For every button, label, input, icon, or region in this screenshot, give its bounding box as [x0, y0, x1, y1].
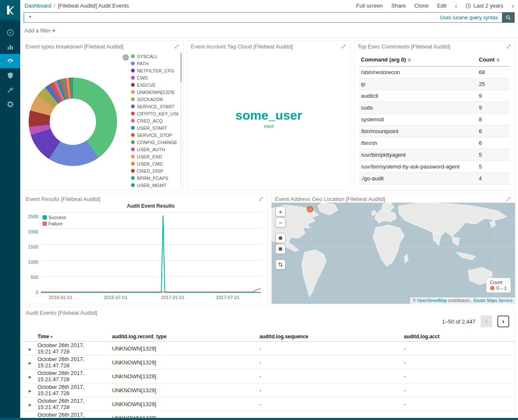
sequence-cell: -: [259, 387, 404, 393]
legend-item[interactable]: SYSCALL: [131, 53, 178, 60]
edit-button[interactable]: Edit: [437, 3, 446, 9]
legend-item[interactable]: EXECVE: [131, 81, 178, 88]
add-filter-button[interactable]: Add a filter +: [24, 27, 55, 34]
prev-page-button[interactable]: ‹: [481, 316, 492, 327]
expand-panel-icon[interactable]: [174, 43, 180, 50]
expand-panel-icon[interactable]: [258, 196, 264, 202]
legend-toggle-button[interactable]: ›: [123, 54, 129, 61]
results-legend-item[interactable]: Failure: [43, 221, 66, 226]
expand-row-caret[interactable]: ▶: [29, 347, 32, 351]
legend-item[interactable]: USER_END: [131, 153, 178, 160]
expand-row-caret[interactable]: ▶: [29, 361, 32, 365]
geo-map[interactable]: + − C: [272, 203, 515, 304]
lucene-syntax-link[interactable]: Uses lucene query syntax: [440, 15, 498, 21]
sequence-cell: -: [259, 345, 404, 352]
expand-row-caret[interactable]: ▶: [29, 375, 32, 379]
filter-bar: Add a filter +: [20, 24, 518, 38]
exec-command-row[interactable]: /bin/mountpoint 6: [359, 126, 510, 137]
exec-command-row[interactable]: /usr/bin/systemd-tty-ask-password-agent …: [359, 161, 510, 173]
legend-item[interactable]: USER_MGMT: [131, 182, 178, 189]
audit-event-row[interactable]: ▶ October 26th 2017, 15:21:47.728 UNKNOW…: [22, 369, 515, 383]
legend-color-dot: [131, 97, 135, 101]
draw-polygon-button[interactable]: [275, 233, 286, 243]
column-header-acct[interactable]: auditd.log.acct: [404, 334, 515, 340]
sidebar-item-dashboard[interactable]: [0, 54, 20, 68]
command-cell: auditctl: [359, 90, 477, 102]
column-header-command[interactable]: Command (arg 0)⇅: [359, 53, 477, 67]
column-header-count[interactable]: Count⇅: [477, 53, 510, 67]
audit-event-row[interactable]: ▶ October 26th 2017, 15:21:47.728 UNKNOW…: [22, 342, 515, 356]
tag-cloud-word[interactable]: some_user: [235, 108, 302, 122]
sidebar-item-dev-tools[interactable]: [0, 83, 20, 97]
search-input[interactable]: [24, 14, 440, 21]
event-types-donut[interactable]: [29, 78, 117, 166]
kibana-logo[interactable]: [0, 0, 20, 20]
fullscreen-button[interactable]: Full screen: [356, 3, 383, 9]
legend-item[interactable]: USER_START: [131, 124, 178, 131]
exec-command-row[interactable]: systemctl 8: [359, 114, 510, 126]
time-forward-button[interactable]: ›: [512, 3, 514, 9]
time-picker[interactable]: Last 2 years: [465, 3, 503, 9]
time-back-button[interactable]: ‹: [455, 3, 457, 9]
acct-cell: -: [404, 373, 515, 380]
legend-item[interactable]: CRYPTO_KEY_USER: [131, 110, 178, 117]
legend-item[interactable]: CONFIG_CHANGE: [131, 139, 178, 146]
ems-link[interactable]: Elastic Maps Service: [473, 298, 513, 303]
legend-item[interactable]: USER_CMD: [131, 160, 178, 167]
audit-event-row[interactable]: ▶ October 26th 2017, 15:21:47.728 UNKNOW…: [22, 397, 515, 411]
legend-item[interactable]: SERVICE_START: [131, 103, 178, 110]
column-header-record-type[interactable]: auditd.log.record_type: [112, 334, 259, 340]
sidebar-item-management[interactable]: [0, 97, 20, 111]
next-page-button[interactable]: ›: [497, 316, 509, 327]
legend-item[interactable]: USER_AUTH: [131, 146, 178, 153]
command-cell: sudo: [359, 102, 477, 114]
zoom-in-button[interactable]: +: [275, 206, 286, 217]
exec-command-row[interactable]: sudo 9: [359, 102, 510, 114]
exec-command-row[interactable]: auditctl 9: [359, 90, 510, 102]
exec-command-row[interactable]: ip 25: [359, 78, 510, 90]
geo-point-marker[interactable]: [307, 206, 313, 212]
exec-command-row[interactable]: /usr/bin/pkttyagent 5: [359, 149, 510, 161]
draw-rectangle-button[interactable]: [275, 244, 286, 254]
audit-event-row[interactable]: ▶ October 26th 2017, 15:21:47.728 UNKNOW…: [22, 356, 515, 369]
legend-scrollbar[interactable]: [180, 53, 182, 188]
legend-item[interactable]: CRED_ACQ: [131, 117, 178, 124]
results-plot-area[interactable]: Success Failure 2016-01-012016-07-012017…: [41, 212, 261, 292]
legend-item[interactable]: BPRM_FCAPS: [131, 174, 178, 182]
expand-row-caret[interactable]: ▶: [29, 389, 32, 393]
expand-panel-icon[interactable]: [340, 43, 347, 50]
expand-panel-icon[interactable]: [505, 196, 512, 202]
breadcrumb-dashboard-link[interactable]: Dashboard: [24, 3, 51, 9]
exec-command-row[interactable]: /sbin/restorecon 68: [359, 67, 510, 78]
legend-item[interactable]: SOCKADDR: [131, 96, 178, 103]
legend-item[interactable]: CRYPTO_SESSION: [131, 189, 178, 189]
legend-item[interactable]: SERVICE_STOP: [131, 131, 178, 139]
column-header-sequence[interactable]: auditd.log.sequence: [259, 334, 404, 340]
zoom-out-button[interactable]: −: [275, 217, 286, 227]
legend-item[interactable]: CWD: [131, 74, 178, 81]
legend-item[interactable]: UNKNOWN[1329]: [131, 88, 178, 96]
tag-cloud-word[interactable]: root: [264, 124, 273, 129]
crop-button[interactable]: [275, 259, 286, 270]
expand-row-caret[interactable]: ▶: [29, 403, 32, 407]
expand-panel-icon[interactable]: [505, 43, 512, 50]
panel-title: Top Exec Commands [Filebeat Auditd]: [358, 43, 450, 50]
sidebar-item-timelion[interactable]: [0, 68, 20, 83]
osm-link[interactable]: OpenStreetMap: [417, 298, 447, 303]
legend-label: CRYPTO_KEY_USER: [137, 111, 178, 116]
legend-label: BPRM_FCAPS: [137, 176, 168, 181]
column-header-time[interactable]: Time▾: [37, 334, 112, 340]
exec-command-row[interactable]: /bin/sh 6: [359, 137, 510, 149]
legend-scrollbar-thumb[interactable]: [180, 53, 182, 82]
legend-item[interactable]: PATH: [131, 60, 178, 67]
legend-item[interactable]: CRED_DISP: [131, 167, 178, 174]
share-button[interactable]: Share: [391, 3, 406, 9]
audit-event-row[interactable]: ▶ October 26th 2017, 15:21:47.728 UNKNOW…: [22, 383, 515, 397]
clone-button[interactable]: Clone: [414, 3, 429, 9]
exec-command-row[interactable]: ./go-audit 4: [359, 173, 510, 185]
sidebar-item-discover[interactable]: [0, 25, 20, 40]
sidebar-item-visualize[interactable]: [0, 40, 20, 54]
search-button[interactable]: [502, 12, 515, 23]
legend-item[interactable]: NETFILTER_CFG: [131, 67, 178, 74]
results-legend-item[interactable]: Success: [43, 215, 66, 220]
